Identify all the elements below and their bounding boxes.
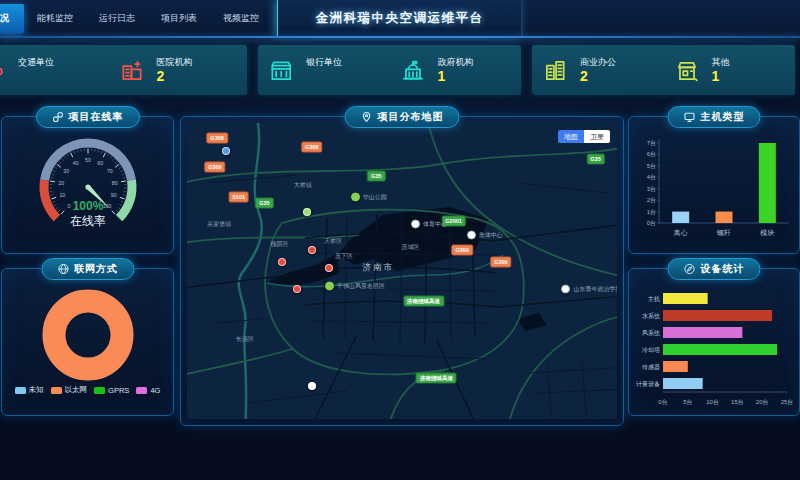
svg-text:水系统: 水系统 — [642, 312, 661, 320]
svg-text:40: 40 — [72, 160, 78, 166]
panel-header-host: 主机类型 — [668, 106, 761, 128]
map-roads-layer — [187, 123, 617, 419]
top-nav-bar: 概况能耗监控运行日志项目列表视频监控 金洲科瑞中央空调运维平台 — [0, 0, 800, 36]
stat-text: 银行单位 — [306, 57, 342, 84]
svg-text:冷却塔: 冷却塔 — [642, 347, 660, 354]
svg-text:30: 30 — [63, 168, 69, 174]
svg-text:6台: 6台 — [647, 151, 656, 158]
legend-label: 未知 — [29, 385, 44, 395]
stat-text: 交通单位 — [18, 57, 54, 84]
nav-tabs: 概况能耗监控运行日志项目列表视频监控 — [0, 0, 272, 36]
svg-text:50: 50 — [85, 157, 91, 163]
svg-text:2台: 2台 — [647, 197, 656, 204]
map-wrap: G308G308G309S101G309G309G35G35G35G2001济南… — [187, 123, 617, 419]
network-type-donut — [2, 269, 173, 383]
svg-text:10: 10 — [59, 192, 65, 198]
legend-item-GPRS[interactable]: GPRS — [94, 386, 129, 395]
svg-text:螺杆: 螺杆 — [717, 229, 731, 236]
svg-text:7台: 7台 — [647, 140, 656, 147]
panel-host-type: 0台1台2台3台4台5台6台7台离心螺杆模块 主机类型 — [628, 116, 800, 254]
project-marker-5[interactable] — [303, 208, 311, 216]
panel-header-online: 项目在线率 — [36, 106, 140, 128]
svg-text:10台: 10台 — [706, 399, 719, 406]
office-icon — [542, 57, 568, 83]
stat-item[interactable]: 其他1 — [664, 57, 796, 84]
project-marker-2[interactable] — [325, 264, 333, 272]
legend-item-4G[interactable]: 4G — [136, 386, 160, 395]
nav-tab-1[interactable]: 概况 — [0, 4, 24, 33]
stat-item[interactable]: 银行单位 — [258, 57, 390, 84]
svg-text:20台: 20台 — [756, 399, 769, 406]
stat-text: 其他1 — [712, 57, 730, 84]
bank-icon — [268, 57, 294, 83]
svg-text:4台: 4台 — [647, 174, 656, 181]
stat-label: 交通单位 — [18, 57, 54, 68]
shop-icon — [674, 57, 700, 83]
stat-item[interactable]: 交通单位 — [0, 57, 109, 84]
stat-value: 2 — [580, 68, 616, 84]
svg-text:0台: 0台 — [647, 220, 656, 227]
stat-card-2: 银行单位政府机构1 — [258, 45, 521, 95]
map-btn-地图[interactable]: 地图 — [558, 130, 584, 143]
legend-item-未知[interactable]: 未知 — [15, 385, 44, 395]
stat-text: 商业办公2 — [580, 57, 616, 84]
compass-icon — [684, 263, 696, 275]
svg-text:25台: 25台 — [781, 399, 794, 406]
stat-label: 医院机构 — [157, 57, 193, 68]
map-btn-卫星[interactable]: 卫星 — [584, 130, 610, 143]
stat-card-1: 交通单位医院机构2 — [0, 45, 247, 95]
device-stats-chart: 0台5台10台15台20台25台主机水系统风系统冷却塔传感器计量设备 — [629, 269, 799, 413]
svg-text:80: 80 — [111, 180, 117, 186]
wifi-icon — [57, 263, 69, 275]
online-rate-gauge: 0102030405060708090100100%在线率 — [2, 117, 173, 245]
panel-network-type: 未知以太网GPRS4G 联网方式 — [1, 268, 174, 416]
panel-project-map: G308G308G309S101G309G309G35G35G35G2001济南… — [180, 116, 624, 426]
stat-label: 银行单位 — [306, 57, 342, 68]
svg-text:70: 70 — [106, 168, 112, 174]
project-marker-1[interactable] — [308, 246, 316, 254]
nav-tab-3[interactable]: 运行日志 — [86, 6, 148, 31]
project-marker-3[interactable] — [293, 285, 301, 293]
svg-text:在线率: 在线率 — [70, 214, 106, 228]
svg-text:0: 0 — [67, 203, 70, 209]
app-title-plate: 金洲科瑞中央空调运维平台 — [277, 0, 522, 36]
legend-swatch — [136, 387, 147, 394]
legend-item-以太网[interactable]: 以太网 — [51, 385, 88, 395]
svg-text:20: 20 — [58, 180, 64, 186]
panel-title: 设备统计 — [701, 262, 745, 276]
svg-text:100%: 100% — [72, 199, 103, 213]
stat-item[interactable]: 医院机构2 — [109, 57, 248, 84]
svg-text:90: 90 — [110, 192, 116, 198]
stat-item[interactable]: 商业办公2 — [532, 57, 664, 84]
stat-value: 1 — [712, 68, 730, 84]
svg-text:5台: 5台 — [683, 399, 692, 406]
nav-tab-2[interactable]: 能耗监控 — [24, 6, 86, 31]
svg-text:模块: 模块 — [760, 229, 774, 237]
svg-text:传感器: 传感器 — [642, 364, 660, 371]
panel-device-stats: 0台5台10台15台20台25台主机水系统风系统冷却塔传感器计量设备 设备统计 — [628, 268, 800, 416]
legend-swatch — [94, 387, 105, 394]
panel-title: 项目分布地图 — [378, 110, 444, 124]
stat-value — [306, 68, 342, 84]
map-canvas[interactable] — [187, 123, 617, 419]
stat-label: 商业办公 — [580, 57, 616, 68]
stat-label: 其他 — [712, 57, 730, 68]
svg-text:15台: 15台 — [731, 399, 744, 406]
svg-text:60: 60 — [97, 160, 103, 166]
svg-text:3台: 3台 — [647, 186, 656, 193]
project-marker-4[interactable] — [278, 258, 286, 266]
car-icon — [0, 57, 6, 83]
svg-text:离心: 离心 — [673, 229, 688, 236]
nav-tab-5[interactable]: 视频监控 — [210, 6, 272, 31]
stat-label: 政府机构 — [438, 57, 474, 68]
network-type-legend: 未知以太网GPRS4G — [2, 385, 173, 395]
svg-text:计量设备: 计量设备 — [636, 380, 660, 388]
project-marker-6[interactable] — [222, 147, 230, 155]
project-marker-7[interactable] — [308, 382, 316, 390]
host-type-chart: 0台1台2台3台4台5台6台7台离心螺杆模块 — [629, 117, 799, 243]
stat-text: 政府机构1 — [438, 57, 474, 84]
stat-value: 2 — [157, 68, 193, 84]
page-title: 金洲科瑞中央空调运维平台 — [316, 10, 484, 27]
nav-tab-4[interactable]: 项目列表 — [148, 6, 210, 31]
stat-item[interactable]: 政府机构1 — [390, 57, 522, 84]
